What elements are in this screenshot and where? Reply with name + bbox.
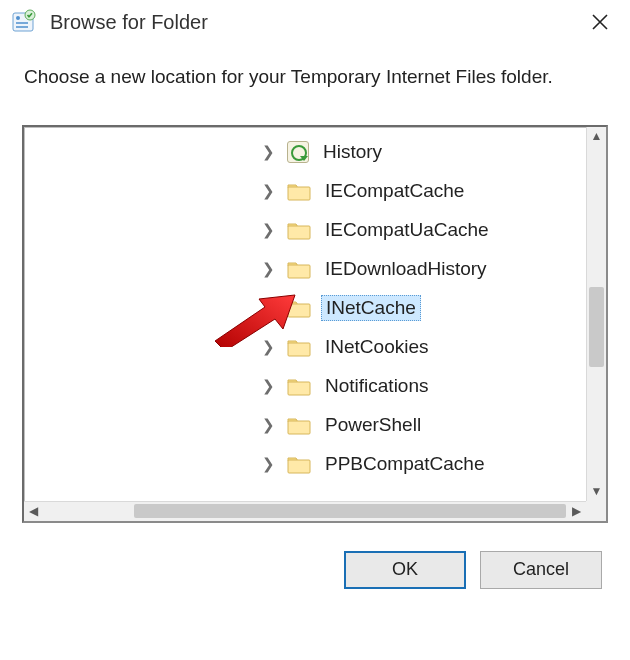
folder-icon (287, 298, 311, 318)
svg-rect-10 (288, 460, 310, 473)
scroll-up-icon[interactable]: ▲ (587, 127, 606, 146)
svg-rect-4 (288, 226, 310, 239)
svg-rect-3 (288, 187, 310, 200)
scroll-corner (586, 501, 606, 521)
folder-tree: ❯ History ❯ IECompatCache ❯ IECompatUaCa… (22, 125, 608, 523)
chevron-right-icon[interactable]: ❯ (259, 416, 277, 434)
svg-rect-5 (288, 265, 310, 278)
titlebar: Browse for Folder (0, 0, 630, 48)
tree-item-powershell[interactable]: ❯ PowerShell (24, 406, 586, 445)
chevron-right-icon[interactable]: ❯ (259, 182, 277, 200)
chevron-right-icon[interactable]: ❯ (259, 221, 277, 239)
horizontal-scroll-thumb[interactable] (134, 504, 566, 518)
scroll-down-icon[interactable]: ▼ (587, 482, 606, 501)
tree-item-label: Notifications (321, 374, 433, 398)
folder-icon (287, 376, 311, 396)
folder-icon (287, 181, 311, 201)
history-icon (287, 141, 309, 163)
svg-rect-8 (288, 382, 310, 395)
chevron-right-icon[interactable]: ❯ (259, 143, 277, 161)
ok-button[interactable]: OK (344, 551, 466, 589)
tree-item-label: PowerShell (321, 413, 425, 437)
folder-icon (287, 415, 311, 435)
tree-item-label: IECompatCache (321, 179, 468, 203)
tree-item-inetcache[interactable]: ❯ INetCache (24, 289, 586, 328)
vertical-scroll-thumb[interactable] (589, 287, 604, 367)
button-row: OK Cancel (0, 523, 630, 589)
chevron-right-icon[interactable]: ❯ (259, 455, 277, 473)
tree-item-notifications[interactable]: ❯ Notifications (24, 367, 586, 406)
tree-item-label: IECompatUaCache (321, 218, 493, 242)
window-title: Browse for Folder (50, 11, 580, 34)
tree-item-iedownloadhistory[interactable]: ❯ IEDownloadHistory (24, 250, 586, 289)
chevron-right-icon[interactable]: ❯ (259, 299, 277, 317)
tree-item-label: INetCookies (321, 335, 433, 359)
cancel-button[interactable]: Cancel (480, 551, 602, 589)
tree-item-iecompatcache[interactable]: ❯ IECompatCache (24, 172, 586, 211)
tree-item-iecompatuacache[interactable]: ❯ IECompatUaCache (24, 211, 586, 250)
svg-point-1 (16, 16, 20, 20)
horizontal-scrollbar[interactable]: ◀ ▶ (24, 501, 586, 521)
app-icon (10, 8, 38, 36)
chevron-right-icon[interactable]: ❯ (259, 377, 277, 395)
folder-icon (287, 454, 311, 474)
tree-item-history[interactable]: ❯ History (24, 133, 586, 172)
scroll-right-icon[interactable]: ▶ (567, 502, 586, 521)
close-icon (591, 13, 609, 31)
tree-item-inetcookies[interactable]: ❯ INetCookies (24, 328, 586, 367)
chevron-right-icon[interactable]: ❯ (259, 260, 277, 278)
folder-icon (287, 259, 311, 279)
instruction-text: Choose a new location for your Temporary… (0, 48, 630, 101)
tree-item-label: History (319, 140, 386, 164)
tree-item-label: PPBCompatCache (321, 452, 488, 476)
svg-rect-6 (288, 304, 310, 317)
scroll-left-icon[interactable]: ◀ (24, 502, 43, 521)
svg-rect-7 (288, 343, 310, 356)
vertical-scrollbar[interactable]: ▲ ▼ (586, 127, 606, 501)
tree-item-ppbcompatcache[interactable]: ❯ PPBCompatCache (24, 445, 586, 484)
tree-content[interactable]: ❯ History ❯ IECompatCache ❯ IECompatUaCa… (24, 127, 586, 501)
tree-item-label: INetCache (321, 295, 421, 321)
close-button[interactable] (580, 7, 620, 37)
chevron-right-icon[interactable]: ❯ (259, 338, 277, 356)
svg-rect-9 (288, 421, 310, 434)
folder-icon (287, 337, 311, 357)
folder-icon (287, 220, 311, 240)
tree-item-label: IEDownloadHistory (321, 257, 491, 281)
